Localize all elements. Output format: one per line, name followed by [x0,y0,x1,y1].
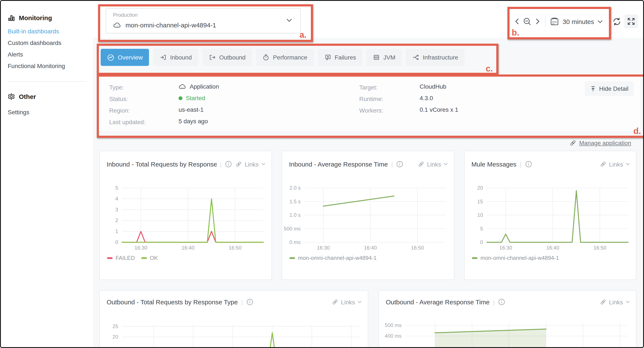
chevron-left-icon[interactable] [513,17,521,26]
svg-text:20: 20 [112,334,118,340]
legend-swatch [141,257,147,259]
info-icon[interactable] [396,160,404,168]
svg-text:5: 5 [116,185,118,191]
sidebar-section-other: Other [8,93,36,100]
outbound-total-requests-chart: 2520 [100,318,369,348]
svg-text:15: 15 [477,198,483,204]
link-icon [418,161,424,167]
tab-outbound[interactable]: Outbound [202,49,252,66]
fullscreen-button[interactable] [624,14,638,28]
header-divider: | [241,298,243,306]
zoom-out-icon[interactable] [522,16,532,26]
detail-label-workers: Workers: [359,107,383,114]
refresh-icon[interactable] [610,16,622,28]
tab-failures[interactable]: Failures [318,49,362,66]
environment-label: Production [113,12,138,18]
info-icon[interactable] [525,160,532,168]
svg-text:16:50: 16:50 [594,245,606,250]
svg-text:16:30: 16:30 [134,245,147,250]
chart-card-outbound-avg-response-time: Outbound - Average Response Time | Links… [378,290,636,348]
chevron-down-icon [358,300,362,304]
gear-icon [8,93,15,100]
svg-text:0 ms: 0 ms [290,239,300,245]
detail-label-last-updated: Last updated: [109,118,146,126]
tab-infrastructure[interactable]: Infrastructure [406,49,464,66]
chart-card-mule-messages: Mule Messages | Links 0510152016:3016:40… [464,151,636,280]
sidebar-section-monitoring: Monitoring [8,14,52,22]
inbound-icon [160,54,167,61]
time-range-label: 30 minutes [563,18,594,25]
chart-legend: mon-omni-channel-api-w4894-1 [290,255,376,261]
infrastructure-icon [412,54,420,61]
svg-text:1.0 s: 1.0 s [290,212,300,218]
links-dropdown[interactable]: Links [332,298,362,306]
link-icon [332,299,338,305]
dashboard-tabs: Overview Inbound Outbound Performance Fa… [100,49,464,66]
selected-application-name: mon-omni-channel-api-w4894-1 [126,22,216,29]
links-dropdown[interactable]: Links [600,161,630,168]
svg-text:500 ms: 500 ms [385,322,402,328]
chevron-down-icon [444,163,448,166]
detail-label-type: Type: [109,84,124,91]
links-dropdown[interactable]: Links [418,161,448,168]
monitoring-page: Monitoring Built-in dashboards Custom da… [0,0,644,348]
time-range-selector[interactable]: 30 minutes [550,14,603,28]
tab-overview[interactable]: Overview [100,49,149,66]
chart-title: Mule Messages [472,160,516,168]
detail-label-target: Target: [359,84,378,91]
links-dropdown[interactable]: Links [236,161,266,168]
link-icon [236,161,242,167]
legend-item: FAILED [107,255,135,261]
status-badge: Started [186,94,205,102]
chevron-down-icon [626,300,630,304]
svg-text:0: 0 [480,239,483,245]
svg-text:10: 10 [477,212,483,218]
inbound-avg-response-time-chart: 0 ms500 ms1.0 s1.5 s2.0 s16:3016:4016:50 [282,181,455,254]
sidebar-item-built-in-dashboards[interactable]: Built-in dashboards [8,28,59,35]
chevron-down-icon [598,20,603,23]
chevron-down-icon [286,18,292,22]
info-icon[interactable] [246,298,254,306]
links-dropdown[interactable]: Links [600,298,630,306]
sidebar-item-functional-monitoring[interactable]: Functional Monitoring [8,62,65,69]
sidebar-item-alerts[interactable]: Alerts [8,51,23,58]
chevron-down-icon [261,163,266,166]
svg-text:1: 1 [116,228,118,234]
header-divider: | [391,161,393,168]
svg-text:4: 4 [116,196,118,202]
info-icon[interactable] [498,298,505,306]
jvm-icon [373,54,380,61]
legend-item: mon-omni-channel-api-w4894-1 [472,255,559,261]
info-icon[interactable] [225,160,232,168]
svg-text:1.5 s: 1.5 s [290,198,300,204]
chevron-down-icon [626,163,630,166]
tab-performance[interactable]: Performance [256,49,314,66]
sidebar-section-title: Monitoring [19,14,52,22]
link-icon [600,299,606,305]
stopwatch-icon [263,54,270,61]
toolbar-divider [545,16,546,26]
chevron-right-icon[interactable] [534,17,541,26]
tab-jvm[interactable]: JVM [367,49,402,66]
tab-inbound[interactable]: Inbound [154,49,198,66]
application-selector[interactable]: Production mon-omni-channel-api-w4894-1 [106,8,300,34]
trend-icon [107,54,114,61]
svg-text:0: 0 [116,239,118,245]
sidebar-item-settings[interactable]: Settings [8,109,29,116]
chart-title: Inbound - Total Requests by Response… [106,160,216,168]
hide-detail-button[interactable]: Hide Detail [585,81,634,96]
svg-text:20: 20 [477,185,483,191]
detail-label-region: Region: [109,107,130,114]
sidebar-item-custom-dashboards[interactable]: Custom dashboards [8,40,62,46]
cloud-icon [178,84,186,90]
mule-messages-chart: 0510152016:3016:4016:50 [464,181,637,254]
svg-text:400 ms: 400 ms [385,333,402,339]
svg-text:3: 3 [116,207,118,212]
chart-title: Inbound - Average Response Time [289,160,388,168]
detail-value-runtime: 4.3.0 [420,94,433,102]
sidebar-divider [8,81,86,82]
manage-application-link[interactable]: Manage application [569,140,631,146]
header-divider: | [520,161,521,168]
legend-item: OK [141,255,158,261]
svg-text:16:50: 16:50 [411,245,424,250]
